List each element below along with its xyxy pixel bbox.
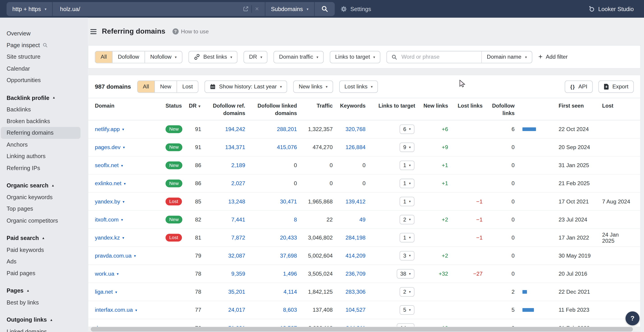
value[interactable]: 4,114 xyxy=(284,289,297,295)
chevron-down-icon[interactable]: ▾ xyxy=(135,308,137,312)
status-segment-lost[interactable]: Lost xyxy=(176,81,198,92)
sidebar-item-anchors[interactable]: Anchors xyxy=(1,139,80,150)
filter-segment-dofollow[interactable]: Dofollow xyxy=(112,51,144,63)
target-url-input[interactable] xyxy=(59,5,240,13)
open-external-icon[interactable] xyxy=(240,6,251,12)
question-circle-icon[interactable]: ? xyxy=(172,28,178,34)
column-header-keywords[interactable]: Keywords xyxy=(332,102,366,110)
sidebar-item-paid-pages[interactable]: Paid pages xyxy=(1,267,80,279)
filter-domain-traffic-dropdown[interactable]: Domain traffic▾ xyxy=(274,51,324,63)
value[interactable]: 24,017 xyxy=(228,307,245,313)
status-segment-all[interactable]: All xyxy=(138,81,154,92)
links-to-target-select[interactable]: 6▾ xyxy=(400,124,414,134)
new-links-dropdown[interactable]: New links ▾ xyxy=(293,80,333,93)
column-header-domain[interactable]: Domain xyxy=(95,102,162,110)
links-to-target-select[interactable]: 38▾ xyxy=(397,269,414,278)
filter-segment-all[interactable]: All xyxy=(96,51,112,63)
domain-link[interactable]: yandex.by xyxy=(95,198,120,204)
clear-url-icon[interactable]: × xyxy=(252,6,262,12)
links-to-target-select[interactable]: 2▾ xyxy=(400,215,414,224)
value[interactable]: 415,076 xyxy=(277,144,297,150)
column-header-links_to_target[interactable]: Links to target xyxy=(366,102,415,110)
links-to-target-select[interactable]: 5▾ xyxy=(400,305,414,315)
sidebar-section-paid-search[interactable]: Paid search▲ xyxy=(1,232,80,244)
export-button[interactable]: Export xyxy=(598,80,634,93)
sidebar-item-page-inspect[interactable]: Page inspect xyxy=(1,39,80,51)
sidebar-item-organic-keywords[interactable]: Organic keywords xyxy=(1,191,80,203)
column-header-dofollow_links[interactable]: Dofollow links xyxy=(482,102,514,117)
column-header-lost[interactable]: Lost xyxy=(594,102,632,110)
search-button[interactable] xyxy=(314,2,335,16)
column-header-status[interactable]: Status xyxy=(162,102,187,110)
sidebar-item-site-structure[interactable]: Site structure xyxy=(1,51,80,63)
value[interactable]: 283,306 xyxy=(346,289,366,295)
filter-segment-nofollow[interactable]: Nofollow▾ xyxy=(144,51,182,63)
how-to-use-link[interactable]: How to use xyxy=(181,28,209,34)
show-history-dropdown[interactable]: Show history: Last year ▾ xyxy=(205,80,287,93)
domain-link[interactable]: liga.net xyxy=(95,289,113,295)
sidebar-section-pages[interactable]: Pages▲ xyxy=(1,285,80,296)
value[interactable]: 2,027 xyxy=(231,180,245,186)
domain-link[interactable]: work.ua xyxy=(95,271,114,277)
sidebar-item-top-pages[interactable]: Top pages xyxy=(1,203,80,215)
column-header-lost_links[interactable]: Lost links xyxy=(448,102,482,110)
domain-link[interactable]: itxoft.com xyxy=(95,216,118,222)
domain-link[interactable]: pages.dev xyxy=(95,144,120,150)
value[interactable]: 49 xyxy=(360,216,366,222)
value[interactable]: 7,441 xyxy=(231,216,245,222)
sidebar-section-backlink-profile[interactable]: Backlink profile▲ xyxy=(1,92,80,104)
sidebar-item-linking-authors[interactable]: Linking authors xyxy=(1,150,80,162)
value[interactable]: 414,209 xyxy=(346,252,366,259)
value[interactable]: 284,198 xyxy=(346,234,366,241)
value[interactable]: 7,872 xyxy=(231,234,245,241)
value[interactable]: 1,496 xyxy=(283,271,297,277)
menu-icon[interactable] xyxy=(90,29,96,34)
api-button[interactable]: {} API xyxy=(565,80,592,93)
filter-dr-dropdown[interactable]: DR▾ xyxy=(244,51,268,63)
domain-link[interactable]: yandex.kz xyxy=(95,234,120,241)
value[interactable]: 236,709 xyxy=(346,271,366,277)
status-segment-new[interactable]: New xyxy=(154,81,176,92)
scrollbar-thumb[interactable] xyxy=(91,327,633,331)
sidebar-item-linked-domains[interactable]: Linked domains xyxy=(1,326,80,332)
column-header-dofollow_linked_domains[interactable]: Dofollow linked domains xyxy=(245,102,297,117)
lost-links-dropdown[interactable]: Lost links ▾ xyxy=(339,80,378,93)
chevron-down-icon[interactable]: ▾ xyxy=(122,236,124,240)
value[interactable]: 9,359 xyxy=(231,271,245,277)
sidebar-item-organic-competitors[interactable]: Organic competitors xyxy=(1,215,80,226)
value[interactable]: 30,471 xyxy=(280,198,297,204)
help-button[interactable]: ? xyxy=(626,312,640,326)
domain-link[interactable]: netlify.app xyxy=(95,126,120,132)
value[interactable]: 288,201 xyxy=(277,126,297,132)
domain-link[interactable]: pravda.com.ua xyxy=(95,252,132,259)
sidebar-item-paid-keywords[interactable]: Paid keywords xyxy=(1,244,80,256)
links-to-target-select[interactable]: 1▾ xyxy=(400,197,414,206)
protocol-dropdown[interactable]: http + https ▾ xyxy=(6,2,52,16)
chevron-down-icon[interactable]: ▾ xyxy=(123,200,124,204)
chevron-down-icon[interactable]: ▾ xyxy=(121,218,123,222)
value[interactable]: 2,189 xyxy=(231,162,245,168)
looker-studio-link[interactable]: Looker Studio xyxy=(588,6,634,12)
links-to-target-select[interactable]: 3▾ xyxy=(400,251,414,260)
links-to-target-select[interactable]: 1▾ xyxy=(400,179,414,188)
sidebar-section-outgoing-links[interactable]: Outgoing links▲ xyxy=(1,314,80,326)
sidebar-item-calendar[interactable]: Calendar xyxy=(1,63,80,74)
value[interactable]: 37,698 xyxy=(280,252,297,259)
chevron-down-icon[interactable]: ▾ xyxy=(124,181,126,186)
sidebar-item-broken-backlinks[interactable]: Broken backlinks xyxy=(1,115,80,127)
links-to-target-select[interactable]: 9▾ xyxy=(400,142,414,152)
value[interactable]: 32,087 xyxy=(228,252,245,259)
column-header-new_links[interactable]: New links xyxy=(415,102,448,110)
column-header-dr[interactable]: DR ▼ xyxy=(187,102,201,110)
column-header-first_seen[interactable]: First seen xyxy=(546,102,594,110)
word-or-phrase-input[interactable] xyxy=(401,54,477,60)
domain-link[interactable]: exlinko.net xyxy=(95,180,122,186)
sidebar-item-backlinks[interactable]: Backlinks xyxy=(1,104,80,115)
scope-dropdown[interactable]: Subdomains ▾ xyxy=(265,2,314,16)
value[interactable]: 13,248 xyxy=(228,198,245,204)
value[interactable]: 20,433 xyxy=(280,234,297,241)
sidebar-item-opportunities[interactable]: Opportunities xyxy=(1,74,80,86)
value[interactable]: 8 xyxy=(294,216,297,222)
filter-best-links-dropdown[interactable]: Best links▾ xyxy=(188,51,238,63)
sidebar-item-referring-domains[interactable]: Referring domains xyxy=(1,127,80,139)
